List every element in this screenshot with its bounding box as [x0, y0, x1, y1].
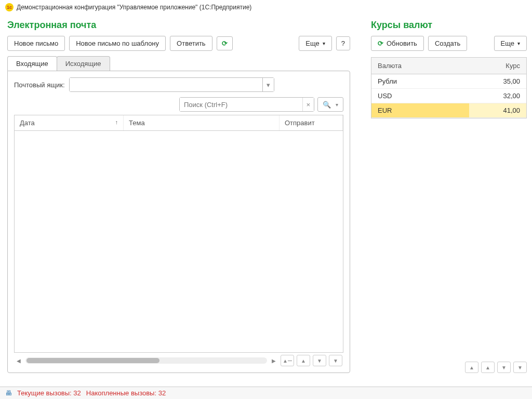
search-icon: 🔍 — [323, 101, 331, 109]
email-toolbar: Новое письмо Новое письмо по шаблону Отв… — [7, 36, 350, 51]
currency-toolbar: ⟳Обновить Создать Еще▾ — [371, 36, 527, 51]
cell-rate: 35,00 — [469, 74, 526, 88]
cell-currency: EUR — [371, 103, 469, 117]
mailbox-dropdown-button[interactable]: ▾ — [262, 78, 274, 91]
currency-grid: Валюта Курс Рубли35,00USD32,00EUR41,00 — [371, 57, 527, 118]
sort-asc-icon: ↑ — [115, 119, 118, 127]
col-date[interactable]: Дата↑ — [15, 115, 124, 130]
table-row[interactable]: Рубли35,00 — [371, 74, 526, 89]
chevron-down-icon: ▾ — [323, 41, 325, 46]
col-subject[interactable]: Тема — [124, 115, 280, 130]
window-titlebar: 1c Демонстрационная конфигурация "Управл… — [0, 0, 532, 15]
horizontal-scrollbar[interactable] — [25, 357, 267, 364]
table-row[interactable]: EUR41,00 — [371, 103, 526, 118]
nav-down-button[interactable]: ▼ — [497, 362, 511, 373]
mailbox-dropdown[interactable]: ▾ — [69, 77, 274, 92]
nav-up-button[interactable]: ▲ — [297, 355, 310, 366]
email-grid-body — [15, 131, 343, 352]
nav-first-button[interactable]: ▲ — [465, 362, 478, 373]
currency-refresh-button[interactable]: ⟳Обновить — [371, 36, 424, 51]
currency-section-title: Курсы валют — [371, 20, 527, 31]
email-section-title: Электронная почта — [7, 20, 350, 31]
nav-up-button[interactable]: ▲ — [481, 362, 495, 373]
cell-rate: 41,00 — [469, 103, 526, 117]
currency-more-button[interactable]: Еще▾ — [494, 36, 527, 51]
nav-down-button[interactable]: ▼ — [313, 355, 326, 366]
col-sender[interactable]: Отправит — [280, 115, 343, 130]
scroll-right-icon[interactable]: ▶ — [270, 358, 277, 364]
table-row[interactable]: USD32,00 — [371, 89, 526, 103]
nav-last-button[interactable]: ▼ — [513, 362, 527, 373]
tab-outbox[interactable]: Исходящие — [57, 56, 110, 71]
mailbox-input[interactable] — [70, 78, 262, 91]
new-mail-template-button[interactable]: Новое письмо по шаблону — [69, 36, 166, 51]
clear-search-button[interactable]: × — [302, 98, 314, 111]
new-mail-button[interactable]: Новое письмо — [7, 36, 65, 51]
email-grid: Дата↑ Тема Отправит — [14, 115, 343, 353]
search-button[interactable]: 🔍▾ — [317, 97, 343, 112]
chevron-down-icon: ▾ — [517, 41, 520, 46]
scroll-left-icon[interactable]: ◀ — [15, 358, 22, 364]
accumulated-calls: Накопленные вызовы: 32 — [86, 389, 166, 397]
search-input[interactable] — [180, 98, 302, 111]
help-button[interactable]: ? — [336, 36, 350, 50]
status-bar: 🖶 Текущие вызовы: 32 Накопленные вызовы:… — [0, 387, 532, 399]
currency-create-button[interactable]: Создать — [428, 36, 467, 51]
cell-currency: USD — [371, 89, 469, 103]
cell-rate: 32,00 — [469, 89, 526, 103]
more-button[interactable]: Еще▾ — [299, 36, 331, 51]
email-grid-header: Дата↑ Тема Отправит — [15, 115, 343, 131]
app-icon: 1c — [5, 3, 14, 11]
tab-inbox[interactable]: Входящие — [7, 56, 57, 71]
mailbox-label: Почтовый ящик: — [14, 81, 65, 89]
current-calls: Текущие вызовы: 32 — [17, 389, 81, 397]
tab-body: Почтовый ящик: ▾ × 🔍▾ Дата↑ Тема Отправи… — [7, 71, 350, 373]
nav-first-button[interactable]: ▲ — [281, 355, 294, 366]
chevron-down-icon: ▾ — [336, 102, 338, 108]
refresh-icon: ⟳ — [222, 39, 228, 47]
cell-currency: Рубли — [371, 74, 469, 88]
nav-last-button[interactable]: ▼ — [329, 355, 342, 366]
email-tabs: Входящие Исходящие — [7, 56, 350, 71]
window-title: Демонстрационная конфигурация "Управляем… — [17, 4, 251, 11]
col-currency[interactable]: Валюта — [371, 58, 469, 74]
print-icon[interactable]: 🖶 — [5, 389, 12, 397]
refresh-icon: ⟳ — [378, 39, 383, 47]
refresh-button[interactable]: ⟳ — [217, 36, 233, 50]
col-rate[interactable]: Курс — [469, 58, 526, 74]
reply-button[interactable]: Ответить — [170, 36, 212, 51]
